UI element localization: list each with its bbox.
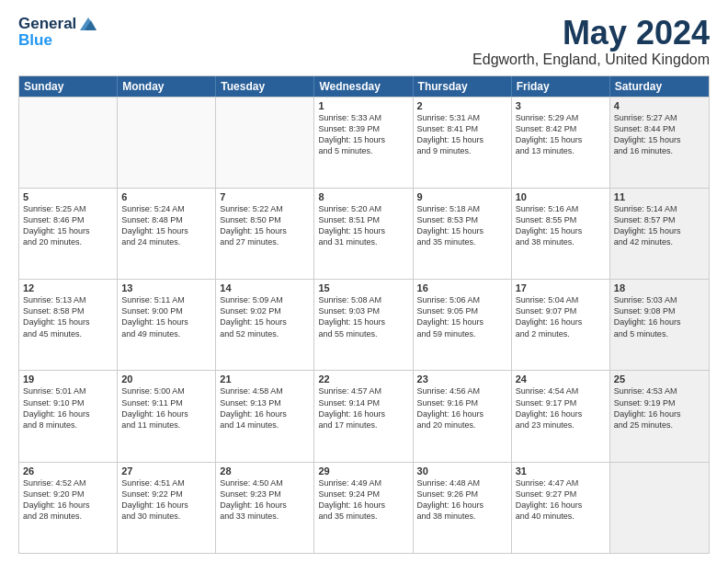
calendar-cell-day-26: 26Sunrise: 4:52 AMSunset: 9:20 PMDayligh…	[19, 463, 118, 553]
weekday-header-monday: Monday	[118, 76, 216, 97]
day-number: 22	[318, 373, 408, 385]
calendar-cell-day-16: 16Sunrise: 5:06 AMSunset: 9:05 PMDayligh…	[414, 280, 512, 370]
logo: General Blue	[18, 15, 98, 50]
cell-text: Sunrise: 4:54 AMSunset: 9:17 PMDaylight:…	[516, 385, 606, 431]
day-number: 6	[121, 191, 211, 202]
calendar-cell-empty	[216, 98, 314, 188]
cell-text: Sunrise: 5:01 AMSunset: 9:10 PMDaylight:…	[23, 385, 113, 431]
day-number: 18	[614, 282, 705, 293]
day-number: 21	[220, 373, 310, 385]
cell-text: Sunrise: 4:58 AMSunset: 9:13 PMDaylight:…	[220, 385, 310, 431]
calendar-cell-day-29: 29Sunrise: 4:49 AMSunset: 9:24 PMDayligh…	[314, 463, 413, 553]
day-number: 9	[417, 191, 507, 202]
cell-text: Sunrise: 5:03 AMSunset: 9:08 PMDaylight:…	[614, 294, 705, 339]
calendar-cell-day-15: 15Sunrise: 5:08 AMSunset: 9:03 PMDayligh…	[314, 280, 413, 370]
day-number: 17	[516, 282, 606, 293]
day-number: 7	[220, 191, 310, 202]
calendar-cell-day-31: 31Sunrise: 4:47 AMSunset: 9:27 PMDayligh…	[512, 463, 610, 553]
calendar-cell-day-28: 28Sunrise: 4:50 AMSunset: 9:23 PMDayligh…	[216, 463, 314, 553]
day-number: 1	[318, 100, 408, 111]
cell-text: Sunrise: 5:20 AMSunset: 8:51 PMDaylight:…	[318, 203, 408, 248]
calendar-row-4: 26Sunrise: 4:52 AMSunset: 9:20 PMDayligh…	[19, 462, 709, 553]
cell-text: Sunrise: 5:31 AMSunset: 8:41 PMDaylight:…	[417, 112, 507, 157]
cell-text: Sunrise: 5:00 AMSunset: 9:11 PMDaylight:…	[121, 385, 211, 431]
calendar-row-3: 19Sunrise: 5:01 AMSunset: 9:10 PMDayligh…	[19, 370, 709, 461]
day-number: 26	[23, 465, 113, 477]
day-number: 13	[121, 282, 211, 293]
cell-text: Sunrise: 4:52 AMSunset: 9:20 PMDaylight:…	[23, 477, 113, 523]
cell-text: Sunrise: 5:27 AMSunset: 8:44 PMDaylight:…	[614, 112, 705, 157]
calendar-cell-day-14: 14Sunrise: 5:09 AMSunset: 9:02 PMDayligh…	[216, 280, 314, 370]
cell-text: Sunrise: 5:25 AMSunset: 8:46 PMDaylight:…	[23, 203, 113, 248]
calendar-cell-day-5: 5Sunrise: 5:25 AMSunset: 8:46 PMDaylight…	[19, 189, 118, 279]
header: General Blue May 2024 Edgworth, England,…	[18, 15, 710, 68]
cell-text: Sunrise: 5:24 AMSunset: 8:48 PMDaylight:…	[121, 203, 211, 248]
calendar-cell-day-7: 7Sunrise: 5:22 AMSunset: 8:50 PMDaylight…	[216, 189, 314, 279]
cell-text: Sunrise: 4:51 AMSunset: 9:22 PMDaylight:…	[121, 477, 211, 523]
day-number: 8	[318, 191, 408, 202]
cell-text: Sunrise: 5:29 AMSunset: 8:42 PMDaylight:…	[516, 112, 606, 157]
calendar-cell-day-3: 3Sunrise: 5:29 AMSunset: 8:42 PMDaylight…	[512, 98, 610, 188]
calendar-cell-day-11: 11Sunrise: 5:14 AMSunset: 8:57 PMDayligh…	[610, 189, 709, 279]
cell-text: Sunrise: 5:13 AMSunset: 8:58 PMDaylight:…	[23, 294, 113, 339]
cell-text: Sunrise: 4:49 AMSunset: 9:24 PMDaylight:…	[318, 477, 408, 523]
day-number: 19	[23, 373, 113, 385]
cell-text: Sunrise: 4:56 AMSunset: 9:16 PMDaylight:…	[417, 385, 507, 431]
calendar-cell-empty	[610, 463, 709, 553]
calendar: SundayMondayTuesdayWednesdayThursdayFrid…	[18, 75, 710, 554]
day-number: 27	[121, 465, 211, 477]
day-number: 3	[516, 100, 606, 111]
calendar-header: SundayMondayTuesdayWednesdayThursdayFrid…	[19, 76, 709, 97]
calendar-row-0: 1Sunrise: 5:33 AMSunset: 8:39 PMDaylight…	[19, 97, 709, 188]
calendar-cell-day-20: 20Sunrise: 5:00 AMSunset: 9:11 PMDayligh…	[118, 371, 216, 461]
logo-blue: Blue	[18, 31, 98, 50]
calendar-cell-empty	[118, 98, 216, 188]
cell-text: Sunrise: 4:47 AMSunset: 9:27 PMDaylight:…	[516, 477, 606, 523]
title-area: May 2024 Edgworth, England, United Kingd…	[472, 15, 710, 68]
day-number: 20	[121, 373, 211, 385]
calendar-cell-day-25: 25Sunrise: 4:53 AMSunset: 9:19 PMDayligh…	[610, 371, 709, 461]
calendar-cell-day-6: 6Sunrise: 5:24 AMSunset: 8:48 PMDaylight…	[118, 189, 216, 279]
day-number: 29	[318, 465, 408, 477]
calendar-cell-day-17: 17Sunrise: 5:04 AMSunset: 9:07 PMDayligh…	[512, 280, 610, 370]
calendar-cell-day-9: 9Sunrise: 5:18 AMSunset: 8:53 PMDaylight…	[414, 189, 512, 279]
day-number: 15	[318, 282, 408, 293]
cell-text: Sunrise: 5:04 AMSunset: 9:07 PMDaylight:…	[516, 294, 606, 339]
cell-text: Sunrise: 5:06 AMSunset: 9:05 PMDaylight:…	[417, 294, 507, 339]
cell-text: Sunrise: 4:53 AMSunset: 9:19 PMDaylight:…	[614, 385, 705, 431]
day-number: 23	[417, 373, 507, 385]
logo-text: General	[18, 15, 76, 33]
day-number: 10	[516, 191, 606, 202]
calendar-cell-day-4: 4Sunrise: 5:27 AMSunset: 8:44 PMDaylight…	[610, 98, 709, 188]
calendar-cell-day-2: 2Sunrise: 5:31 AMSunset: 8:41 PMDaylight…	[414, 98, 512, 188]
cell-text: Sunrise: 5:18 AMSunset: 8:53 PMDaylight:…	[417, 203, 507, 248]
day-number: 25	[614, 373, 705, 385]
day-number: 16	[417, 282, 507, 293]
weekday-header-thursday: Thursday	[414, 76, 512, 97]
cell-text: Sunrise: 4:57 AMSunset: 9:14 PMDaylight:…	[318, 385, 408, 431]
day-number: 4	[614, 100, 705, 111]
cell-text: Sunrise: 5:22 AMSunset: 8:50 PMDaylight:…	[220, 203, 310, 248]
calendar-cell-day-1: 1Sunrise: 5:33 AMSunset: 8:39 PMDaylight…	[314, 98, 413, 188]
weekday-header-friday: Friday	[512, 76, 610, 97]
calendar-cell-day-12: 12Sunrise: 5:13 AMSunset: 8:58 PMDayligh…	[19, 280, 118, 370]
day-number: 28	[220, 465, 310, 477]
logo-icon	[78, 16, 98, 32]
day-number: 14	[220, 282, 310, 293]
cell-text: Sunrise: 5:08 AMSunset: 9:03 PMDaylight:…	[318, 294, 408, 339]
cell-text: Sunrise: 5:33 AMSunset: 8:39 PMDaylight:…	[318, 112, 408, 157]
cell-text: Sunrise: 5:11 AMSunset: 9:00 PMDaylight:…	[121, 294, 211, 339]
calendar-row-2: 12Sunrise: 5:13 AMSunset: 8:58 PMDayligh…	[19, 279, 709, 370]
calendar-row-1: 5Sunrise: 5:25 AMSunset: 8:46 PMDaylight…	[19, 188, 709, 279]
calendar-body: 1Sunrise: 5:33 AMSunset: 8:39 PMDaylight…	[19, 97, 709, 553]
page: General Blue May 2024 Edgworth, England,…	[0, 0, 728, 563]
weekday-header-saturday: Saturday	[610, 76, 709, 97]
main-title: May 2024	[472, 15, 710, 52]
day-number: 31	[516, 465, 606, 477]
calendar-cell-day-10: 10Sunrise: 5:16 AMSunset: 8:55 PMDayligh…	[512, 189, 610, 279]
weekday-header-sunday: Sunday	[19, 76, 118, 97]
calendar-cell-day-18: 18Sunrise: 5:03 AMSunset: 9:08 PMDayligh…	[610, 280, 709, 370]
weekday-header-wednesday: Wednesday	[314, 76, 413, 97]
calendar-cell-day-24: 24Sunrise: 4:54 AMSunset: 9:17 PMDayligh…	[512, 371, 610, 461]
day-number: 11	[614, 191, 705, 202]
